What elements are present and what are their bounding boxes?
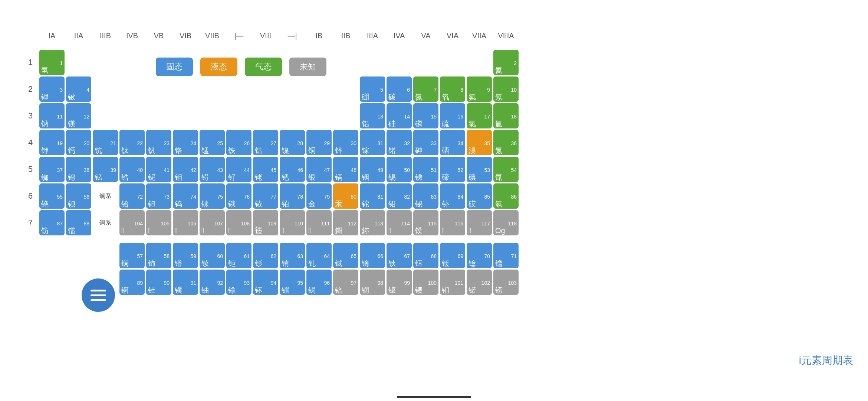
element-Ar[interactable]: 18 氩 [493,103,519,128]
element-Ne[interactable]: 10 氖 [493,76,519,102]
element-Pa[interactable]: 91 镤 [173,270,198,295]
element-Fe[interactable]: 26 铁 [226,130,251,155]
element-Rg[interactable]: 111 𬬭 [306,210,332,235]
element-Fr[interactable]: 87 钫 [39,210,65,235]
element-Sg[interactable]: 106 𬭳 [173,210,198,235]
element-Ho[interactable]: 67 钬 [387,243,412,268]
element-Dy[interactable]: 66 镝 [360,243,385,268]
element-Es[interactable]: 99 锿 [387,270,412,295]
element-Mg[interactable]: 12 镁 [66,103,91,128]
element-He[interactable]: 2 氦 [493,50,519,75]
menu-button[interactable] [82,278,115,312]
element-P[interactable]: 15 磷 [413,103,438,128]
element-S[interactable]: 16 硫 [440,103,465,128]
element-Ga[interactable]: 31 镓 [360,130,385,155]
element-Db[interactable]: 105 𬭊 [146,210,171,235]
element-Na[interactable]: 11 钠 [39,103,65,128]
element-Ac[interactable]: 89 锕 [119,270,145,295]
element-Ta[interactable]: 73 钽 [146,183,171,209]
element-Te[interactable]: 52 碲 [440,157,465,182]
element-Cr[interactable]: 24 铬 [173,130,198,155]
element-Zr[interactable]: 40 锆 [119,157,145,182]
element-Ra[interactable]: 88 镭 [66,210,91,235]
element-Y[interactable]: 39 钇 [93,157,118,182]
element-Mn[interactable]: 25 锰 [200,130,225,155]
element-Fm[interactable]: 100 镄 [413,270,438,295]
element-Ge[interactable]: 32 锗 [387,130,412,155]
element-Cs[interactable]: 55 铯 [39,183,65,209]
element-W[interactable]: 74 钨 [173,183,198,209]
element-Og[interactable]: 118 Og [493,210,519,235]
element-Hs[interactable]: 108 𬭶 [226,210,251,235]
element-Lv[interactable]: 116 𫟷 [440,210,465,235]
element-Sr[interactable]: 38 锶 [66,157,91,182]
element-Pt[interactable]: 78 铂 [280,183,305,209]
element-Rf[interactable]: 104 𬬻 [119,210,145,235]
element-Bk[interactable]: 97 锫 [333,270,358,295]
element-V[interactable]: 23 钒 [146,130,171,155]
element-Tl[interactable]: 81 铊 [360,183,385,209]
element-Ni[interactable]: 28 镍 [280,130,305,155]
element-Se[interactable]: 34 硒 [440,130,465,155]
element-F[interactable]: 9 氟 [467,76,492,102]
element-Cl[interactable]: 17 氯 [467,103,492,128]
element-Ds[interactable]: 110 𫟼 [280,210,305,235]
element-Tc[interactable]: 43 锝 [200,157,225,182]
element-Sn[interactable]: 50 锡 [387,157,412,182]
element-H[interactable]: 1 氢 [39,50,65,75]
element-Nd[interactable]: 60 钕 [200,243,225,268]
element-In[interactable]: 49 铟 [360,157,385,182]
element-Yb[interactable]: 70 镱 [467,243,492,268]
element-Re[interactable]: 75 铼 [200,183,225,209]
element-Po[interactable]: 84 钋 [440,183,465,209]
element-Pu[interactable]: 94 钚 [253,270,278,295]
element-Au[interactable]: 79 金 [306,183,332,209]
element-K[interactable]: 19 钾 [39,130,65,155]
element-Tm[interactable]: 69 铥 [440,243,465,268]
element-Cd[interactable]: 48 镉 [333,157,358,182]
element-Am[interactable]: 95 镅 [280,270,305,295]
element-Ir[interactable]: 77 铱 [253,183,278,209]
element-Mt[interactable]: 109 鿏 [253,210,278,235]
element-C[interactable]: 6 碳 [387,76,412,102]
element-Ru[interactable]: 44 钌 [226,157,251,182]
element-Ce[interactable]: 58 铈 [146,243,171,268]
element-O[interactable]: 8 氧 [440,76,465,102]
element-Cn[interactable]: 112 鎶 [333,210,358,235]
element-Ag[interactable]: 47 银 [306,157,332,182]
element-Np[interactable]: 93 镎 [226,270,251,295]
element-Nb[interactable]: 41 铌 [146,157,171,182]
element-Sb[interactable]: 51 锑 [413,157,438,182]
element-Mo[interactable]: 42 钼 [173,157,198,182]
element-Hg[interactable]: 80 汞 [333,183,358,209]
element-Bi[interactable]: 83 铋 [413,183,438,209]
element-Th[interactable]: 90 钍 [146,270,171,295]
element-Os[interactable]: 76 锇 [226,183,251,209]
element-Bh[interactable]: 107 𬭛 [200,210,225,235]
element-Pm[interactable]: 61 钷 [226,243,251,268]
element-Er[interactable]: 68 铒 [413,243,438,268]
element-Pd[interactable]: 46 钯 [280,157,305,182]
element-Cu[interactable]: 29 铜 [306,130,332,155]
element-Lr[interactable]: 103 铹 [493,270,519,295]
element-Fl[interactable]: 114 𫓧 [387,210,412,235]
element-Sm[interactable]: 62 钐 [253,243,278,268]
element-Pb[interactable]: 82 铅 [387,183,412,209]
element-U[interactable]: 92 铀 [200,270,225,295]
element-Nh[interactable]: 113 鉨 [360,210,385,235]
element-Tb[interactable]: 65 铽 [333,243,358,268]
element-Br[interactable]: 35 溴 [467,130,492,155]
element-Ts[interactable]: 117 𬬸 [467,210,492,235]
element-Eu[interactable]: 63 铕 [280,243,305,268]
element-Mc[interactable]: 115 镆 [413,210,438,235]
element-Gd[interactable]: 64 钆 [306,243,332,268]
element-Zn[interactable]: 30 锌 [333,130,358,155]
element-Xe[interactable]: 54 氙 [493,157,519,182]
element-Al[interactable]: 13 铝 [360,103,385,128]
element-Ba[interactable]: 56 钡 [66,183,91,209]
element-Md[interactable]: 101 钔 [440,270,465,295]
element-La[interactable]: 57 镧 [119,243,145,268]
element-Ca[interactable]: 20 钙 [66,130,91,155]
element-Be[interactable]: 4 铍 [66,76,91,102]
element-Rh[interactable]: 45 铑 [253,157,278,182]
